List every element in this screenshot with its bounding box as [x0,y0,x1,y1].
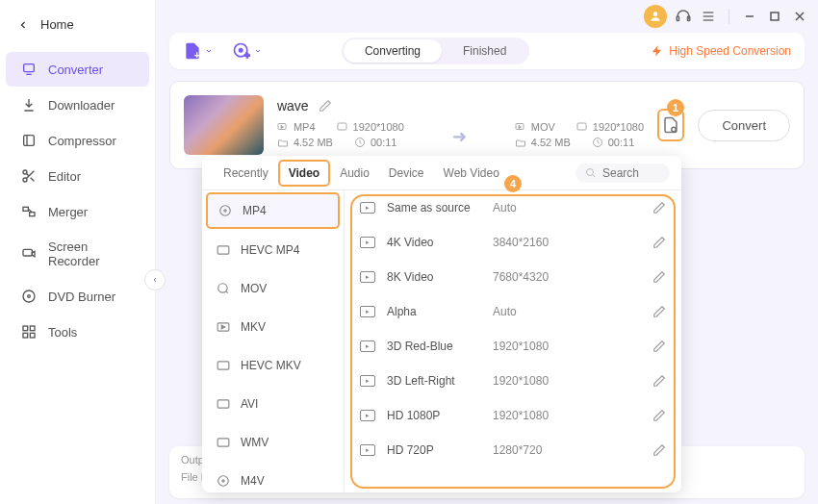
convert-button[interactable]: Convert [698,110,790,141]
highspeed-label: High Speed Conversion [669,44,791,58]
edit-icon[interactable] [652,443,666,457]
resolution-item[interactable]: 4K Video3840*2160 [345,225,681,260]
format-dropdown: Recently Video Audio Device Web Video MP… [202,156,681,492]
edit-icon[interactable] [652,305,666,318]
tab-converting[interactable]: Converting [344,39,442,63]
scissors-icon [21,168,37,184]
film-icon [216,396,231,412]
grid-icon [21,324,37,340]
compress-icon [21,133,37,148]
sidebar-item-compressor[interactable]: Compressor [6,123,149,158]
edit-icon[interactable] [319,99,332,113]
format-m4v[interactable]: M4V [202,462,344,492]
format-list: MP4 HEVC MP4 MOV MKV HEVC MKV AVI WMV M4… [202,190,345,492]
svg-rect-19 [23,207,28,211]
minimize-button[interactable] [741,8,758,25]
film-icon [216,358,231,373]
sidebar-home[interactable]: Home [0,8,155,41]
edit-icon[interactable] [652,236,666,249]
svg-marker-50 [221,325,225,329]
chevron-down-icon [254,47,262,55]
folder-icon [515,138,526,147]
video-icon [360,410,375,421]
toolbar: + + Converting Finished High Speed Conve… [169,33,805,69]
dropdown-search[interactable] [575,164,670,183]
chevron-down-icon [205,47,213,55]
sidebar-item-label: Downloader [48,98,115,113]
headset-icon [675,8,692,25]
film-icon [216,319,231,335]
sidebar-item-label: Screen Recorder [48,239,134,268]
format-mov[interactable]: MOV [202,269,344,308]
sidebar-item-converter[interactable]: Converter [6,52,149,87]
video-icon [360,340,375,352]
video-title: wave [277,98,309,113]
svg-text:+: + [194,50,200,61]
resolution-item[interactable]: 3D Red-Blue1920*1080 [345,329,681,364]
tab-finished[interactable]: Finished [442,39,527,63]
resolution-item[interactable]: AlphaAuto [345,294,681,329]
film-icon [216,242,231,258]
menu-icon [701,9,716,24]
svg-rect-51 [217,362,229,369]
video-thumbnail[interactable] [184,95,264,155]
svg-point-54 [218,476,229,487]
svg-rect-27 [23,333,28,338]
search-input[interactable] [602,166,660,180]
resolution-list: 4 Same as sourceAuto 4K Video3840*2160 8… [345,190,681,492]
output-settings-button[interactable]: 1 [657,109,684,141]
format-hevcmp4[interactable]: HEVC MP4 [202,231,344,269]
edit-icon[interactable] [652,340,666,353]
resolution-item[interactable]: 3D Left-Right1920*1080 [345,364,681,398]
avatar[interactable] [644,5,667,28]
tab-audio[interactable]: Audio [330,159,379,188]
sidebar-item-tools[interactable]: Tools [6,315,149,349]
video-icon [360,375,375,387]
highspeed-link[interactable]: High Speed Conversion [651,44,791,58]
sidebar-item-recorder[interactable]: Screen Recorder [6,230,149,278]
sidebar-item-label: Merger [48,205,88,219]
svg-point-55 [222,480,224,482]
resolution-item[interactable]: HD 1080P1920*1080 [345,398,681,433]
svg-rect-53 [217,439,229,446]
svg-point-44 [220,206,231,216]
format-hevcmkv[interactable]: HEVC MKV [202,346,344,385]
annotation-badge-4: 4 [504,175,522,192]
sidebar-item-downloader[interactable]: Downloader [6,88,149,122]
format-wmv[interactable]: WMV [202,423,344,462]
add-file-button[interactable]: + [183,41,213,61]
sidebar-item-merger[interactable]: Merger [6,194,149,229]
folder-icon [277,138,289,147]
tab-webvideo[interactable]: Web Video [434,159,509,188]
svg-rect-10 [24,64,35,72]
resolution-item[interactable]: HD 720P1280*720 [345,433,681,467]
format-avi[interactable]: AVI [202,385,344,423]
edit-icon[interactable] [652,409,666,422]
close-button[interactable] [791,8,808,25]
format-mp4[interactable]: MP4 [206,192,340,229]
edit-icon[interactable] [652,201,666,214]
sidebar-item-editor[interactable]: Editor [6,159,149,193]
tab-video[interactable]: Video [278,160,330,187]
resolution-item[interactable]: 8K Video7680*4320 [345,260,681,294]
edit-icon[interactable] [652,374,666,388]
tab-device[interactable]: Device [379,159,434,188]
edit-icon[interactable] [652,270,666,284]
film-icon [216,435,231,450]
video-info: wave MP4 1920*1080 4.52 MB 00:11 ➜ [277,98,644,152]
support-icon[interactable] [675,8,692,25]
sidebar-item-label: Compressor [48,134,116,148]
svg-point-24 [28,295,31,298]
hamburger-icon[interactable] [700,8,717,25]
maximize-button[interactable] [766,8,783,25]
sidebar-item-dvd[interactable]: DVD Burner [6,279,149,314]
svg-point-45 [224,210,226,212]
resolution-item[interactable]: Same as sourceAuto [345,190,681,225]
tab-recently[interactable]: Recently [214,159,278,188]
svg-point-23 [23,290,35,302]
video-icon [515,122,526,132]
add-disc-button[interactable]: + [232,41,262,61]
home-label: Home [40,17,74,32]
format-mkv[interactable]: MKV [202,308,344,346]
chevron-left-icon [17,19,29,31]
